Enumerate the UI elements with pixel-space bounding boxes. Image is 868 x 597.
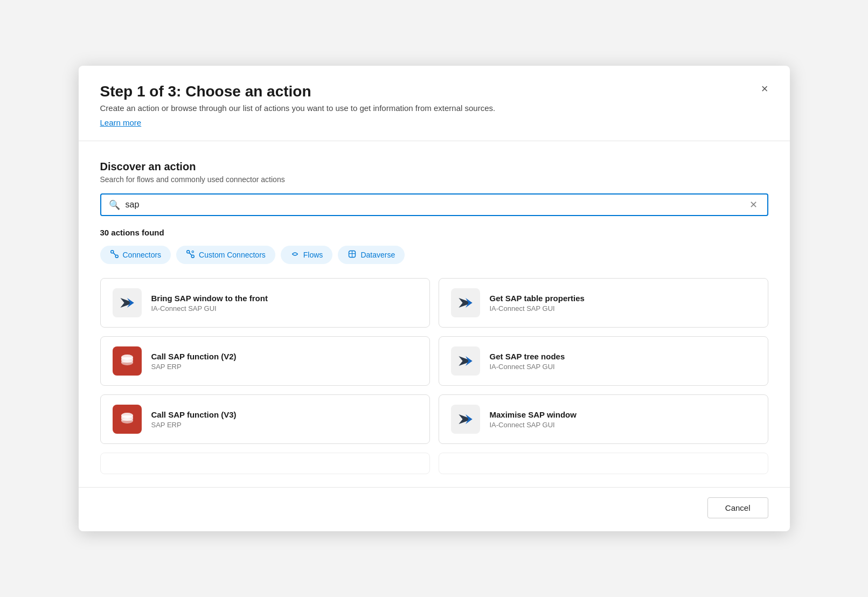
search-clear-button[interactable]: ✕ xyxy=(747,199,760,211)
action-title: Get SAP tree nodes xyxy=(490,352,756,361)
dataverse-icon xyxy=(348,249,357,260)
action-card-maximise-sap[interactable]: Maximise SAP window IA-Connect SAP GUI xyxy=(439,394,768,444)
svg-point-18 xyxy=(121,360,133,365)
action-title: Call SAP function (V2) xyxy=(151,352,418,361)
action-info-get-sap-table: Get SAP table properties IA-Connect SAP … xyxy=(490,294,756,313)
action-card-get-sap-tree[interactable]: Get SAP tree nodes IA-Connect SAP GUI xyxy=(439,336,768,386)
database-icon xyxy=(118,352,136,370)
action-subtitle: SAP ERP xyxy=(151,363,418,371)
action-title: Maximise SAP window xyxy=(490,410,756,419)
action-info-maximise-sap: Maximise SAP window IA-Connect SAP GUI xyxy=(490,410,756,429)
partial-row xyxy=(100,453,768,474)
svg-point-25 xyxy=(121,418,133,424)
action-subtitle: IA-Connect SAP GUI xyxy=(151,304,418,313)
tab-custom-connectors-label: Custom Connectors xyxy=(199,251,266,259)
action-subtitle: IA-Connect SAP GUI xyxy=(490,363,756,371)
close-button[interactable]: × xyxy=(757,81,773,97)
arrow-icon xyxy=(454,349,477,373)
action-info-call-sap-v3: Call SAP function (V3) SAP ERP xyxy=(151,410,418,429)
dialog-body: Discover an action Search for flows and … xyxy=(79,141,790,487)
partial-card-right xyxy=(439,453,768,474)
svg-point-4 xyxy=(191,255,194,258)
action-icon-get-sap-table xyxy=(451,288,480,317)
arrow-icon xyxy=(115,291,139,315)
tab-flows[interactable]: Flows xyxy=(281,246,333,264)
discover-subtitle: Search for flows and commonly used conne… xyxy=(100,175,768,184)
action-icon-bring-sap-window xyxy=(113,288,142,317)
custom-connectors-icon xyxy=(186,249,195,260)
action-subtitle: IA-Connect SAP GUI xyxy=(490,304,756,313)
tab-connectors-label: Connectors xyxy=(123,251,162,259)
search-icon: 🔍 xyxy=(109,199,120,211)
action-card-call-sap-v3[interactable]: Call SAP function (V3) SAP ERP xyxy=(100,394,430,444)
tab-connectors[interactable]: Connectors xyxy=(100,246,171,264)
flows-icon xyxy=(290,249,300,260)
search-input[interactable] xyxy=(126,200,747,210)
main-dialog: Step 1 of 3: Choose an action Create an … xyxy=(79,66,790,531)
action-info-bring-sap-window: Bring SAP window to the front IA-Connect… xyxy=(151,294,418,313)
tab-custom-connectors[interactable]: Custom Connectors xyxy=(176,246,275,264)
search-box: 🔍 ✕ xyxy=(100,193,768,216)
action-icon-call-sap-v3 xyxy=(113,405,142,434)
cancel-button[interactable]: Cancel xyxy=(707,497,768,518)
action-title: Bring SAP window to the front xyxy=(151,294,418,303)
action-card-bring-sap-window[interactable]: Bring SAP window to the front IA-Connect… xyxy=(100,278,430,328)
dialog-footer: Cancel xyxy=(79,487,790,531)
actions-grid: Bring SAP window to the front IA-Connect… xyxy=(100,278,768,444)
action-title: Get SAP table properties xyxy=(490,294,756,303)
action-info-get-sap-tree: Get SAP tree nodes IA-Connect SAP GUI xyxy=(490,352,756,371)
action-card-call-sap-v2[interactable]: Call SAP function (V2) SAP ERP xyxy=(100,336,430,386)
tab-dataverse[interactable]: Dataverse xyxy=(338,246,405,264)
action-subtitle: IA-Connect SAP GUI xyxy=(490,421,756,429)
filter-tabs: Connectors Custom Connectors Flows Datav… xyxy=(100,246,768,264)
tab-flows-label: Flows xyxy=(303,251,323,259)
svg-point-3 xyxy=(187,251,190,253)
connectors-icon xyxy=(110,249,119,260)
action-title: Call SAP function (V3) xyxy=(151,410,418,419)
partial-card-left xyxy=(100,453,430,474)
svg-point-6 xyxy=(192,251,193,253)
action-info-call-sap-v2: Call SAP function (V2) SAP ERP xyxy=(151,352,418,371)
dialog-title: Step 1 of 3: Choose an action xyxy=(100,83,768,100)
action-icon-maximise-sap xyxy=(451,405,480,434)
tab-dataverse-label: Dataverse xyxy=(360,251,395,259)
action-icon-call-sap-v2 xyxy=(113,346,142,376)
dialog-subtitle: Create an action or browse through our l… xyxy=(100,103,768,113)
svg-line-5 xyxy=(189,253,191,255)
actions-found-label: 30 actions found xyxy=(100,228,768,237)
svg-point-1 xyxy=(115,255,118,258)
action-card-get-sap-table[interactable]: Get SAP table properties IA-Connect SAP … xyxy=(439,278,768,328)
dialog-header: Step 1 of 3: Choose an action Create an … xyxy=(79,66,790,141)
arrow-icon xyxy=(454,407,477,431)
arrow-icon xyxy=(454,291,477,315)
action-icon-get-sap-tree xyxy=(451,346,480,376)
discover-title: Discover an action xyxy=(100,161,768,173)
svg-point-0 xyxy=(110,251,113,253)
svg-line-2 xyxy=(113,253,115,255)
learn-more-link[interactable]: Learn more xyxy=(100,118,142,127)
database-icon xyxy=(118,410,136,428)
action-subtitle: SAP ERP xyxy=(151,421,418,429)
